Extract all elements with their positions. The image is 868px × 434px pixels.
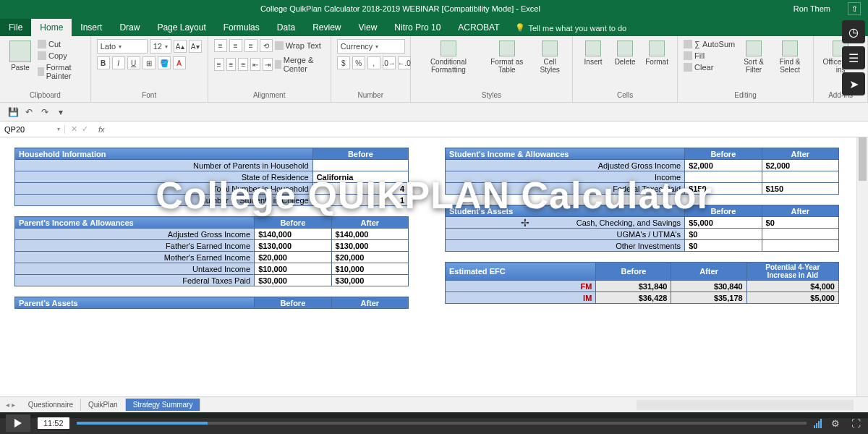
draw-tab[interactable]: Draw: [111, 19, 148, 36]
undo-icon[interactable]: ↶: [23, 106, 35, 118]
format-cells-button[interactable]: Format: [642, 39, 671, 67]
user-name[interactable]: Ron Them: [793, 4, 830, 13]
wrap-text-button[interactable]: Wrap Text: [275, 41, 321, 51]
conditional-formatting-button[interactable]: Conditional Formatting: [417, 39, 480, 75]
home-tab[interactable]: Home: [31, 19, 72, 36]
data-tab[interactable]: Data: [268, 19, 304, 36]
bulb-icon: 💡: [515, 23, 525, 33]
video-progress[interactable]: [77, 422, 807, 425]
play-button[interactable]: [6, 414, 30, 432]
menu-bar: File Home Insert Draw Page Layout Formul…: [0, 17, 868, 36]
decrease-decimal-button[interactable]: ←.0: [398, 56, 411, 69]
efc-table: Estimated EFC Before After Potential 4-Y…: [445, 262, 839, 304]
align-right-button[interactable]: ≡: [238, 58, 248, 71]
sheet-tab-0[interactable]: Questionnaire: [21, 399, 81, 411]
formulas-tab[interactable]: Formulas: [215, 19, 268, 36]
fx-label[interactable]: fx: [94, 125, 109, 134]
currency-button[interactable]: $: [337, 56, 350, 69]
horizontal-scrollbar[interactable]: [637, 400, 854, 410]
qat-customize[interactable]: ▾: [55, 106, 67, 118]
cancel-formula-icon[interactable]: ✕: [71, 124, 77, 134]
border-button[interactable]: ⊞: [142, 56, 156, 69]
student-income-table: Student's Income & AllowancesBeforeAfter…: [445, 148, 839, 195]
sort-icon: [746, 41, 762, 56]
view-tab[interactable]: View: [350, 19, 386, 36]
find-select-button[interactable]: Find & Select: [773, 39, 807, 75]
font-color-button[interactable]: A: [173, 56, 186, 69]
ribbon: Paste Cut Copy Format Painter Clipboard …: [0, 36, 868, 103]
student-assets-table: Student's AssetsBeforeAfter Cash, Checki…: [445, 205, 839, 252]
increase-decimal-button[interactable]: .0→: [383, 56, 396, 69]
acrobat-tab[interactable]: ACROBAT: [449, 19, 508, 36]
autosum-button[interactable]: ∑ AutoSum: [684, 39, 735, 49]
align-top-button[interactable]: ≡: [214, 39, 227, 52]
formula-bar: QP20 ✕ ✓ fx: [0, 122, 868, 137]
clear-button[interactable]: Clear: [684, 62, 735, 72]
settings-icon[interactable]: ⚙: [829, 417, 842, 430]
cut-button[interactable]: Cut: [38, 39, 85, 49]
tell-me[interactable]: 💡Tell me what you want to do: [508, 20, 634, 36]
sheet-tab-2[interactable]: Strategy Summary: [126, 399, 201, 411]
bold-button[interactable]: B: [97, 56, 110, 69]
number-format-select[interactable]: Currency: [337, 39, 405, 54]
cell-styles-icon: [542, 41, 558, 56]
review-tab[interactable]: Review: [304, 19, 349, 36]
copy-button[interactable]: Copy: [38, 51, 85, 61]
volume-icon[interactable]: [814, 418, 822, 428]
align-bottom-button[interactable]: ≡: [244, 39, 258, 52]
delete-icon: [617, 41, 633, 56]
accept-formula-icon[interactable]: ✓: [82, 124, 88, 134]
indent-decrease-button[interactable]: ⇤: [250, 58, 260, 71]
styles-group: Conditional Formatting Format as Table C…: [411, 36, 573, 102]
fill-button[interactable]: Fill: [684, 51, 735, 61]
indent-increase-button[interactable]: ⇥: [263, 58, 273, 71]
insert-cells-button[interactable]: Insert: [579, 39, 608, 67]
fullscreen-icon[interactable]: ⛶: [849, 417, 862, 430]
format-as-table-button[interactable]: Format as Table: [483, 39, 530, 75]
format-painter-button[interactable]: Format Painter: [38, 62, 85, 81]
align-left-button[interactable]: ≡: [214, 58, 224, 71]
delete-cells-button[interactable]: Delete: [610, 39, 639, 67]
align-center-button[interactable]: ≡: [226, 58, 237, 71]
sort-filter-button[interactable]: Sort & Filter: [738, 39, 770, 75]
fill-color-button[interactable]: 🪣: [158, 56, 171, 69]
side-panel-icons: ◷ ☰ ➤: [839, 17, 868, 98]
font-size-select[interactable]: 12: [150, 39, 171, 54]
send-icon[interactable]: ➤: [842, 72, 865, 95]
name-box[interactable]: QP20: [0, 125, 65, 134]
font-name-select[interactable]: Lato: [97, 39, 148, 54]
nitro-tab[interactable]: Nitro Pro 10: [386, 19, 449, 36]
underline-button[interactable]: U: [127, 56, 140, 69]
vertical-scrollbar[interactable]: ▲ ▼: [856, 137, 868, 412]
orientation-button[interactable]: ⟲: [260, 39, 273, 52]
paste-icon: [9, 41, 31, 62]
editing-group: ∑ AutoSum Fill Clear Sort & Filter Find …: [678, 36, 814, 102]
scroll-thumb[interactable]: [859, 137, 867, 181]
sheet-tab-1[interactable]: QuikPlan: [81, 399, 126, 411]
comma-button[interactable]: ,: [367, 56, 380, 69]
page-layout-tab[interactable]: Page Layout: [148, 19, 214, 36]
decrease-font-button[interactable]: A▾: [189, 40, 202, 53]
percent-button[interactable]: %: [352, 56, 365, 69]
save-icon[interactable]: 💾: [7, 106, 19, 118]
paste-button[interactable]: Paste: [6, 39, 35, 73]
format-icon: [649, 41, 665, 56]
increase-font-button[interactable]: A▴: [174, 40, 187, 53]
layers-icon[interactable]: ☰: [842, 46, 865, 69]
clock-icon[interactable]: ◷: [842, 20, 865, 43]
household-table: Household InformationBefore Number of Pa…: [14, 148, 409, 206]
worksheet-area[interactable]: College QUIKPLAN Calculator ✢ Household …: [0, 137, 868, 412]
share-button[interactable]: ⇧: [848, 2, 861, 15]
cell-styles-button[interactable]: Cell Styles: [533, 39, 566, 75]
insert-tab[interactable]: Insert: [72, 19, 111, 36]
parent-assets-table: Parent's AssetsBeforeAfter: [14, 297, 409, 309]
insert-icon: [585, 41, 601, 56]
redo-icon[interactable]: ↷: [39, 106, 51, 118]
conditional-icon: [441, 41, 456, 56]
italic-button[interactable]: I: [112, 56, 125, 69]
align-middle-button[interactable]: ≡: [229, 39, 242, 52]
sheet-nav[interactable]: ◂ ▸: [0, 401, 21, 409]
merge-center-button[interactable]: Merge & Center: [275, 55, 325, 74]
file-tab[interactable]: File: [0, 19, 31, 36]
font-group: Lato 12 A▴ A▾ B I U ⊞ 🪣 A Font: [91, 36, 208, 102]
